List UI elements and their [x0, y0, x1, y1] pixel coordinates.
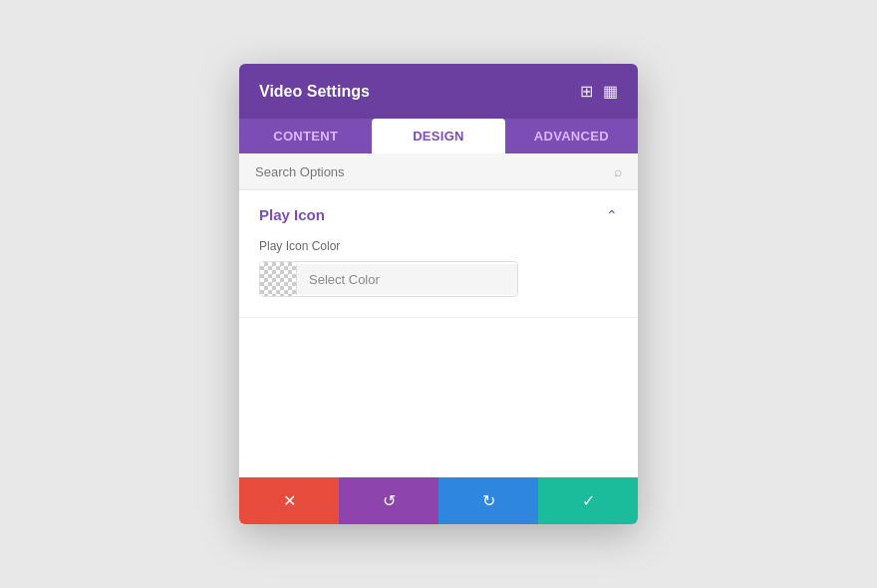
header-icons: ⊞ ▦ [580, 82, 618, 101]
modal-header: Video Settings ⊞ ▦ [239, 64, 638, 119]
color-swatch[interactable] [260, 262, 296, 296]
color-field: Select Color [259, 261, 518, 297]
select-color-button[interactable]: Select Color [296, 264, 517, 295]
redo-button[interactable]: ↻ [438, 477, 538, 524]
section-header: Play Icon ⌃ [239, 190, 638, 231]
cancel-button[interactable]: ✕ [239, 477, 339, 524]
search-icon[interactable]: ⌕ [614, 163, 622, 179]
modal-title: Video Settings [259, 83, 370, 101]
tab-design[interactable]: Design [372, 119, 504, 153]
field-label: Play Icon Color [259, 239, 618, 253]
tab-advanced[interactable]: Advanced [505, 119, 638, 153]
undo-button[interactable]: ↺ [339, 477, 438, 524]
tabs-bar: Content Design Advanced [239, 119, 638, 153]
resize-icon[interactable]: ⊞ [580, 82, 593, 101]
section-content: Play Icon Color Select Color [239, 231, 638, 317]
play-icon-section: Play Icon ⌃ Play Icon Color Select Color [239, 190, 638, 318]
search-bar: ⌕ [239, 153, 638, 190]
section-title: Play Icon [259, 206, 325, 223]
empty-content-area [239, 318, 638, 477]
video-settings-modal: Video Settings ⊞ ▦ Content Design Advanc… [239, 64, 638, 524]
tab-content[interactable]: Content [239, 119, 372, 153]
layout-icon[interactable]: ▦ [603, 82, 618, 101]
search-input[interactable] [255, 164, 614, 179]
footer: ✕ ↺ ↻ ✓ [239, 477, 638, 524]
chevron-up-icon[interactable]: ⌃ [606, 207, 618, 223]
save-button[interactable]: ✓ [538, 477, 638, 524]
